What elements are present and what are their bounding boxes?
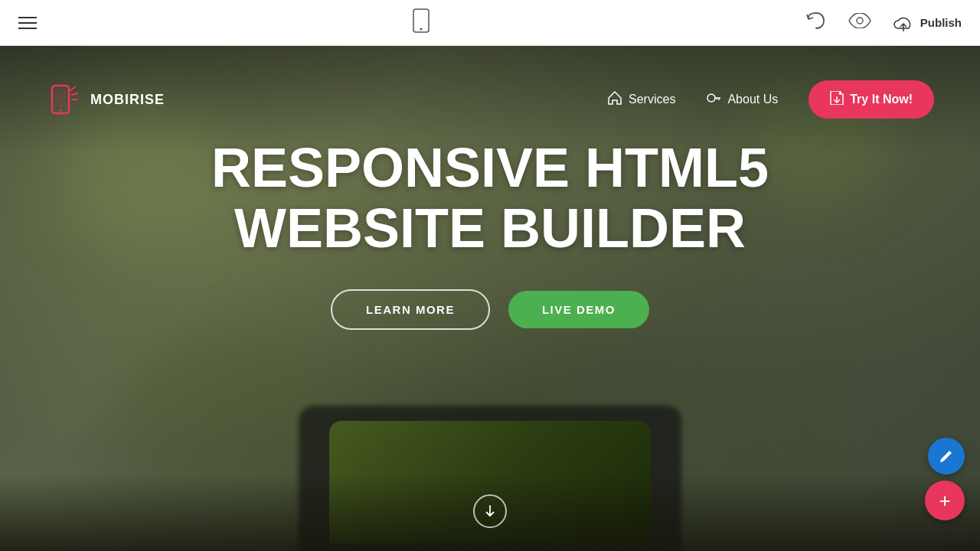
hero-buttons: LEARN MORE LIVE DEMO xyxy=(331,289,649,330)
svg-line-8 xyxy=(72,93,77,95)
learn-more-button[interactable]: LEARN MORE xyxy=(331,289,490,330)
logo-text: MOBIRISE xyxy=(90,92,165,108)
site-nav: Services About Us xyxy=(607,80,934,119)
try-btn-label: Try It Now! xyxy=(850,93,913,106)
mobile-preview-icon[interactable] xyxy=(413,8,430,37)
publish-button[interactable]: Publish xyxy=(893,12,962,34)
svg-point-1 xyxy=(420,28,422,30)
nav-services[interactable]: Services xyxy=(607,90,675,109)
services-label: Services xyxy=(629,93,675,106)
scroll-down-button[interactable] xyxy=(473,494,507,528)
publish-label: Publish xyxy=(920,16,962,29)
svg-point-2 xyxy=(857,18,863,24)
try-btn-icon xyxy=(830,91,844,108)
site-navbar: MOBIRISE Services xyxy=(0,46,980,153)
website-area: MOBIRISE Services xyxy=(0,46,980,551)
site-logo: MOBIRISE xyxy=(46,81,165,118)
hero-title-line2: WEBSITE BUILDER xyxy=(234,197,746,259)
try-it-now-button[interactable]: Try It Now! xyxy=(808,80,934,119)
toolbar-left xyxy=(18,17,37,29)
svg-point-6 xyxy=(59,109,62,112)
logo-icon xyxy=(46,81,83,118)
about-us-label: About Us xyxy=(727,93,778,106)
hamburger-menu-icon[interactable] xyxy=(18,17,37,29)
fab-add-button[interactable]: + xyxy=(925,481,965,520)
svg-line-7 xyxy=(70,87,75,90)
hero-content: RESPONSIVE HTML5 WEBSITE BUILDER LEARN M… xyxy=(0,138,980,330)
svg-point-10 xyxy=(707,94,715,102)
hero-section: MOBIRISE Services xyxy=(0,46,980,551)
live-demo-button[interactable]: LIVE DEMO xyxy=(508,291,649,328)
key-icon xyxy=(706,90,721,109)
add-icon: + xyxy=(939,489,950,513)
nav-about-us[interactable]: About Us xyxy=(706,90,778,109)
svg-rect-5 xyxy=(55,89,66,107)
toolbar-center xyxy=(413,8,430,37)
home-icon xyxy=(607,90,622,109)
preview-eye-icon[interactable] xyxy=(848,13,871,33)
fab-edit-button[interactable] xyxy=(928,438,965,474)
toolbar-right: Publish xyxy=(805,11,962,34)
toolbar: Publish xyxy=(0,0,980,46)
undo-icon[interactable] xyxy=(805,11,827,34)
hero-title: RESPONSIVE HTML5 WEBSITE BUILDER xyxy=(211,138,769,259)
publish-cloud-icon xyxy=(893,12,914,34)
